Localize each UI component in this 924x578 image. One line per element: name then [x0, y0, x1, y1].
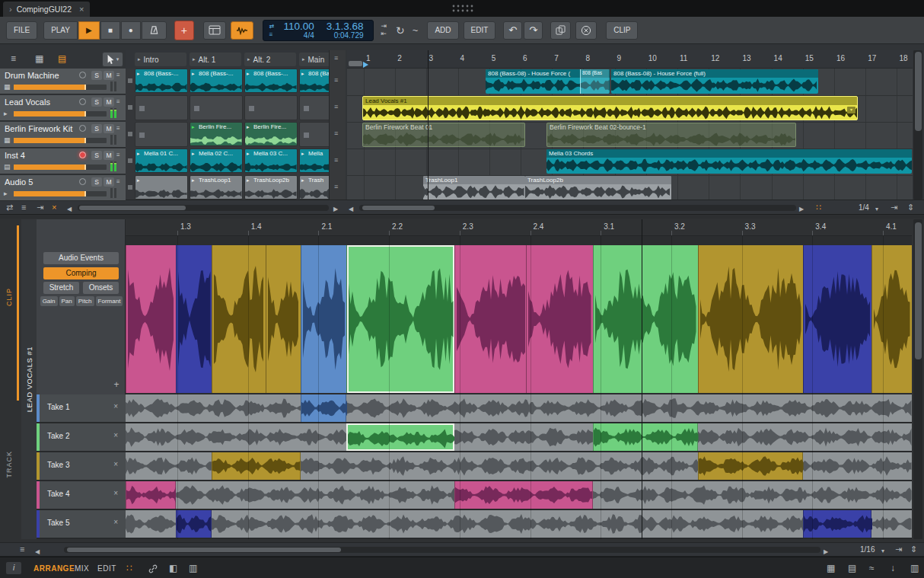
swing-button[interactable]: ~ [413, 25, 419, 35]
track-options-icon[interactable]: ≡ [334, 103, 338, 110]
take-header[interactable]: Take 3× [37, 452, 126, 480]
arranger-clip[interactable]: 808 (Bass-08) - House Force (full) [611, 69, 818, 94]
editor-scrollbar[interactable] [64, 547, 820, 553]
time-display[interactable]: 0:04.729 [334, 31, 364, 40]
track-header[interactable]: ▦Berlin Firework KitSM≡ [0, 122, 126, 148]
pitch-button[interactable]: Pitch [76, 296, 94, 306]
clip-slot[interactable]: ▸808 (Bass-... [299, 69, 329, 93]
formant-button[interactable]: Formant [96, 296, 123, 306]
editor-scroll-right-icon[interactable]: ▶ [824, 547, 828, 557]
editor-hzoom-icon[interactable]: ⇥ [895, 544, 902, 554]
pan-button[interactable]: Pan [59, 296, 75, 306]
tab-track[interactable]: TRACK [2, 426, 17, 503]
arranger-clip[interactable]: TrashLoop2b [525, 176, 671, 200]
take-segment[interactable] [346, 423, 454, 451]
empty-clip-slot[interactable] [299, 95, 329, 120]
position-section[interactable]: 3.1.3.68 0:04.729 [320, 21, 370, 40]
scene-header[interactable]: ▸Intro [135, 53, 186, 66]
file-button[interactable]: FILE [6, 21, 37, 40]
empty-clip-slot[interactable] [190, 95, 243, 120]
close-icon[interactable]: × [79, 5, 84, 14]
slots-scrollbar[interactable] [78, 205, 329, 211]
comp-region[interactable] [803, 245, 871, 393]
dual-panel-icon[interactable]: ◧ [169, 563, 177, 573]
slot-gutter-stop[interactable] [128, 185, 132, 190]
tempo-display[interactable]: 110.00 [283, 21, 314, 31]
arranger-timeline[interactable]: 123456789101112131415161718808 (Bass-08)… [347, 50, 913, 200]
ruler-scroll-handle[interactable] [349, 61, 362, 66]
solo-button[interactable]: S [91, 97, 102, 107]
track-header[interactable]: ▦Drum MachineSM≡ [0, 69, 126, 94]
editor-scroll-thumb[interactable] [67, 548, 341, 552]
empty-clip-slot[interactable] [135, 95, 188, 120]
volume-slider[interactable] [14, 111, 107, 117]
metronome-button[interactable] [142, 21, 167, 40]
clip-button[interactable]: CLIP [606, 21, 638, 40]
take-lane[interactable] [126, 510, 912, 538]
comp-region[interactable] [698, 245, 803, 393]
arranger-clip[interactable]: Lead Vocals #1▾ [362, 96, 858, 120]
tab-edit[interactable]: EDIT [97, 564, 116, 573]
info-button[interactable]: i [6, 562, 21, 574]
clip-slot[interactable]: ▸Berlin Fire... [244, 122, 298, 146]
empty-clip-slot[interactable] [299, 122, 329, 147]
slot-gutter-stop[interactable] [128, 132, 132, 136]
comp-region[interactable] [346, 245, 454, 393]
track-options-icon[interactable]: ≡ [334, 76, 338, 84]
record-arm-button[interactable] [79, 125, 86, 132]
loop-button[interactable]: ↻ [396, 25, 405, 36]
mute-button[interactable]: M [104, 151, 114, 160]
columns-icon[interactable]: ▥ [189, 563, 197, 573]
take-segment[interactable] [454, 481, 593, 509]
tab-mix[interactable]: MIX [75, 564, 89, 573]
mute-button[interactable]: M [104, 177, 114, 187]
tempo-section[interactable]: 110.00 4/4 [277, 21, 320, 40]
stop-button[interactable]: ■ [100, 21, 120, 40]
remove-take-icon[interactable]: × [113, 460, 118, 468]
editor-grid-value[interactable]: 1/16 [860, 545, 875, 554]
clear-icon[interactable]: × [52, 203, 56, 212]
take-lane[interactable] [126, 394, 912, 422]
clip-slot[interactable]: ▸Mella 03 C... [244, 148, 298, 173]
layout-selector-button[interactable] [203, 21, 226, 40]
arranger-tool-button[interactable]: ▾ [102, 52, 123, 67]
slot-gutter-stop[interactable] [128, 158, 132, 163]
clip-slot[interactable]: ▸TrashLoop1 [190, 175, 243, 200]
add-take-button[interactable]: + [111, 379, 122, 390]
edit-button[interactable]: EDIT [464, 21, 496, 40]
clip-sub-take[interactable]: 808 (Bas [580, 69, 609, 94]
comp-region[interactable] [212, 245, 266, 393]
mute-button[interactable]: M [104, 124, 114, 133]
comp-region[interactable] [266, 245, 301, 393]
take-header[interactable]: Take 2× [37, 423, 126, 451]
take-segment[interactable] [698, 452, 803, 480]
record-arm-button[interactable] [79, 152, 86, 158]
solo-button[interactable]: S [91, 151, 102, 160]
solo-button[interactable]: S [91, 124, 102, 133]
clip-slot[interactable]: ▸Mella 02 C... [190, 148, 243, 173]
clip-launcher-panel-icon[interactable]: ▦ [827, 563, 835, 573]
play-button[interactable]: ▶ [78, 21, 100, 40]
modulation-panel-icon[interactable]: ≈ [869, 563, 875, 573]
clip-slot[interactable]: ▸Mella [299, 148, 329, 173]
time-signature-display[interactable]: 4/4 [304, 31, 314, 40]
position-display[interactable]: 3.1.3.68 [327, 21, 364, 31]
comp-region[interactable] [871, 245, 912, 393]
clip-slot[interactable]: ▸808 (Bass-... [244, 69, 298, 93]
link-icon[interactable] [148, 564, 158, 574]
take-header[interactable]: Take 4× [37, 481, 126, 509]
follow-icon[interactable]: ⇥ [37, 203, 43, 212]
empty-clip-slot[interactable] [244, 95, 298, 120]
take-segment[interactable] [212, 452, 301, 480]
record-arm-button[interactable] [79, 72, 86, 78]
gain-button[interactable]: Gain [40, 296, 58, 306]
tab-clip[interactable]: CLIP [2, 259, 17, 335]
arranger-grid-value[interactable]: 1/4 [859, 203, 869, 212]
take-header[interactable]: Take 1× [37, 394, 126, 422]
slots-scroll-right-icon[interactable]: ▶ [333, 204, 338, 214]
track-header[interactable]: ▤Inst 4SM≡ [0, 148, 126, 174]
play-mode-button[interactable]: PLAY [43, 21, 78, 40]
audio-events-button[interactable]: Audio Events [43, 252, 119, 264]
stretch-button[interactable]: Stretch [43, 282, 79, 294]
clip-fold-icon[interactable]: ▾ [847, 107, 855, 113]
